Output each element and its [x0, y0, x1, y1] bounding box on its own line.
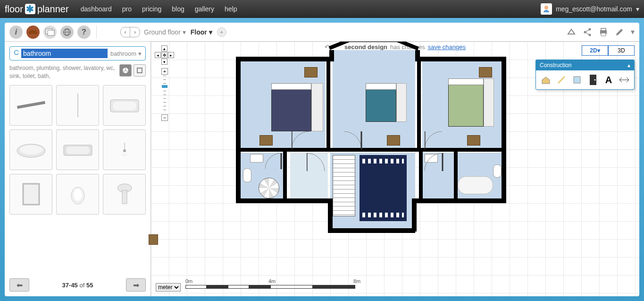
logo-text-left: floor [5, 4, 23, 15]
search-tags: bathroom, plumbing, shower, lavatory, wc… [9, 64, 116, 80]
item-shower-head[interactable] [103, 129, 146, 170]
nav-gallery[interactable]: gallery [195, 5, 214, 13]
nav-blog[interactable]: blog [172, 5, 184, 13]
info-icon[interactable]: i [9, 26, 23, 39]
breadcrumb-level[interactable]: Ground floor ▾ [144, 28, 186, 36]
next-page-button[interactable]: ➡ [126, 278, 146, 292]
item-mirror[interactable] [9, 174, 52, 215]
item-bathtub-rect[interactable] [103, 85, 146, 126]
globe-icon[interactable] [60, 26, 74, 39]
scale-0: 0m [185, 278, 192, 284]
svg-point-17 [15, 51, 19, 55]
unit-select[interactable]: meter [156, 283, 181, 292]
pan-up-button[interactable]: ▴ [161, 45, 167, 52]
nav-pricing[interactable]: pricing [142, 5, 161, 13]
collapse-icon[interactable]: ▴ [627, 62, 630, 69]
media-icon[interactable] [43, 26, 57, 39]
scale-bar: meter 0m 4m 8m [156, 283, 355, 292]
svg-rect-33 [23, 184, 39, 205]
item-bathtub-2[interactable] [56, 129, 99, 170]
svg-rect-27 [66, 146, 90, 154]
tool-room[interactable] [539, 73, 552, 86]
export-icon[interactable] [567, 27, 576, 37]
menu-dropdown[interactable]: ▾ [631, 27, 635, 36]
pan-down-button[interactable]: ▾ [161, 59, 167, 65]
scale-4: 4m [268, 278, 276, 284]
pan-center-button[interactable]: ✥ [161, 52, 167, 58]
svg-point-29 [123, 149, 126, 152]
item-urinal[interactable] [56, 174, 99, 215]
tool-surface[interactable] [570, 73, 584, 86]
view-3d-tab[interactable]: 3D [608, 45, 635, 56]
view-3d-button[interactable] [119, 64, 132, 77]
item-pipe[interactable] [56, 85, 99, 126]
user-menu[interactable]: meg_escott@hotmail.com ▾ [541, 3, 639, 15]
add-floor-button[interactable]: + [217, 27, 226, 37]
svg-point-0 [544, 6, 548, 9]
view-2d-button[interactable] [134, 64, 146, 77]
svg-rect-19 [137, 68, 142, 73]
search-filter-dropdown[interactable]: bathroom ▾ [108, 50, 142, 57]
view-2d-tab[interactable]: 2D ▾ [582, 45, 608, 56]
prev-page-button[interactable]: ⬅ [9, 278, 29, 292]
search-input[interactable] [21, 49, 108, 58]
pan-control: ▴ ◂ ✥ ▸ ▾ [155, 45, 175, 65]
item-sink-pedestal[interactable] [103, 174, 146, 215]
item-bathtub-oval[interactable] [9, 129, 52, 170]
svg-rect-3 [36, 32, 37, 34]
furniture-icon[interactable] [26, 26, 40, 39]
settings-icon[interactable] [615, 27, 624, 37]
back-button[interactable]: ‹ [121, 27, 130, 37]
separator [96, 26, 97, 39]
search-icon [14, 50, 18, 57]
pan-right-button[interactable]: ▸ [168, 52, 174, 58]
nav-pro[interactable]: pro [122, 5, 132, 13]
svg-rect-20 [17, 101, 45, 108]
nav-items: dashboard pro pricing blog gallery help [81, 5, 237, 13]
zoom-handle[interactable] [162, 85, 167, 88]
share-icon[interactable] [583, 27, 592, 37]
svg-rect-38 [574, 77, 580, 83]
user-email: meg_escott@hotmail.com [556, 5, 632, 13]
svg-rect-5 [48, 30, 54, 35]
svg-point-40 [594, 79, 595, 81]
logo[interactable]: floor ✱ planner [5, 4, 69, 15]
tool-text[interactable]: A [602, 73, 615, 86]
svg-line-13 [586, 33, 589, 34]
svg-rect-15 [601, 28, 606, 31]
tool-dimension[interactable] [618, 73, 631, 86]
nav-dashboard[interactable]: dashboard [81, 5, 112, 13]
pan-left-button[interactable]: ◂ [155, 52, 161, 58]
toolbar: i ? ‹ › Ground floor ▾ Floor ▾ + ▾ [5, 23, 639, 42]
stray-item[interactable] [149, 234, 158, 245]
nav-help[interactable]: help [225, 5, 237, 13]
breadcrumb-floor[interactable]: Floor ▾ [191, 28, 212, 36]
print-icon[interactable] [599, 27, 608, 37]
svg-rect-23 [113, 102, 136, 110]
furniture-grid [9, 85, 146, 215]
svg-point-30 [122, 154, 123, 155]
pager-info: 37-45 of 55 [62, 282, 93, 289]
svg-point-35 [74, 189, 82, 201]
item-drain[interactable] [9, 85, 52, 126]
svg-point-25 [20, 145, 42, 155]
sidebar: bathroom ▾ bathroom, plumbing, shower, l… [5, 42, 151, 296]
zoom-track[interactable] [163, 76, 166, 113]
construction-panel: Construction ▴ A [535, 60, 635, 90]
tool-wall[interactable] [555, 73, 568, 86]
svg-rect-1 [30, 30, 36, 34]
tool-door[interactable] [586, 73, 600, 86]
forward-button[interactable]: › [130, 27, 140, 37]
history-nav: ‹ › [120, 27, 140, 37]
help-icon[interactable]: ? [77, 26, 91, 39]
svg-line-12 [586, 30, 589, 32]
zoom-in-button[interactable]: + [161, 68, 168, 75]
construction-title: Construction [540, 62, 571, 69]
logo-text-right: planner [37, 4, 69, 15]
canvas[interactable]: ▴ ◂ ✥ ▸ ▾ + − ↶ ↷ second design has chan… [151, 42, 639, 296]
breadcrumb: Ground floor ▾ Floor ▾ + [144, 27, 226, 37]
pager: ⬅ 37-45 of 55 ➡ [9, 274, 146, 292]
zoom-out-button[interactable]: − [161, 114, 168, 121]
floor-plan[interactable] [236, 46, 508, 235]
svg-point-9 [584, 31, 586, 33]
